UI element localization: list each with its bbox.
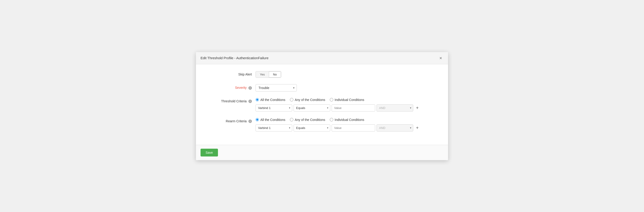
threshold-equals-wrapper[interactable]: Equals Not Equals Greater Than Less Than [294,104,330,112]
threshold-add-button[interactable]: + [414,105,420,111]
severity-select[interactable]: Trouble Critical Warning Info [256,84,297,92]
modal-footer: Save [196,145,448,160]
rearm-all-conditions-radio[interactable] [256,118,259,121]
threshold-any-conditions-label[interactable]: Any of the Conditions [290,98,325,102]
save-button[interactable]: Save [200,149,218,156]
rearm-any-conditions-label[interactable]: Any of the Conditions [290,118,325,122]
threshold-any-conditions-radio[interactable] [290,98,293,101]
severity-label: Severity i [205,86,256,90]
threshold-info-icon: i [248,100,252,103]
modal-body: Skip Alert Yes No Severity i Trouble Cri… [196,64,448,145]
yes-button[interactable]: Yes [256,71,269,78]
threshold-individual-conditions-radio[interactable] [330,98,333,101]
threshold-criteria-wrapper: All the Conditions Any of the Conditions… [256,98,420,112]
threshold-radio-group: All the Conditions Any of the Conditions… [256,98,420,102]
rearm-criteria-label: Rearm Criteria i [205,118,256,123]
severity-info-icon: i [248,86,252,90]
skip-alert-label: Skip Alert [205,73,256,76]
rearm-all-conditions-label[interactable]: All the Conditions [256,118,285,122]
threshold-all-conditions-label[interactable]: All the Conditions [256,98,285,102]
rearm-radio-group: All the Conditions Any of the Conditions… [256,118,420,122]
rearm-and-wrapper[interactable]: AND OR [376,124,413,131]
rearm-equals-select[interactable]: Equals Not Equals Greater Than Less Than [294,124,330,131]
rearm-varbind-select[interactable]: Varbind 1 Varbind 2 [256,124,292,131]
threshold-and-select[interactable]: AND OR [376,104,413,112]
rearm-individual-conditions-radio[interactable] [330,118,333,121]
modal-title: Edit Threshold Profile - AuthenticationF… [200,56,268,60]
threshold-individual-conditions-label[interactable]: Individual Conditions [330,98,364,102]
rearm-individual-conditions-label[interactable]: Individual Conditions [330,118,364,122]
no-button[interactable]: No [269,71,281,78]
rearm-criteria-inputs: Varbind 1 Varbind 2 Equals Not Equals Gr… [256,124,420,131]
rearm-varbind-wrapper[interactable]: Varbind 1 Varbind 2 [256,124,292,131]
severity-row: Severity i Trouble Critical Warning Info [205,84,439,92]
threshold-value-input[interactable] [332,104,375,112]
threshold-varbind-wrapper[interactable]: Varbind 1 Varbind 2 [256,104,292,112]
rearm-equals-wrapper[interactable]: Equals Not Equals Greater Than Less Than [294,124,330,131]
rearm-any-conditions-radio[interactable] [290,118,293,121]
threshold-all-conditions-radio[interactable] [256,98,259,101]
threshold-and-wrapper[interactable]: AND OR [376,104,413,112]
skip-alert-toggle[interactable]: Yes No [256,71,281,78]
rearm-criteria-row: Rearm Criteria i All the Conditions Any … [205,118,439,131]
threshold-equals-select[interactable]: Equals Not Equals Greater Than Less Than [294,104,330,112]
modal-header: Edit Threshold Profile - AuthenticationF… [196,52,448,64]
threshold-criteria-label: Threshold Criteria i [205,98,256,103]
rearm-add-button[interactable]: + [414,125,420,131]
rearm-criteria-wrapper: All the Conditions Any of the Conditions… [256,118,420,131]
skip-alert-row: Skip Alert Yes No [205,71,439,78]
severity-select-wrapper[interactable]: Trouble Critical Warning Info [256,84,297,92]
threshold-criteria-inputs: Varbind 1 Varbind 2 Equals Not Equals Gr… [256,104,420,112]
rearm-value-input[interactable] [332,124,375,131]
rearm-info-icon: i [248,120,252,123]
threshold-criteria-row: Threshold Criteria i All the Conditions … [205,98,439,112]
rearm-and-select[interactable]: AND OR [376,124,413,131]
modal-container: Edit Threshold Profile - AuthenticationF… [196,52,448,160]
threshold-varbind-select[interactable]: Varbind 1 Varbind 2 [256,104,292,112]
close-button[interactable]: × [438,55,444,61]
